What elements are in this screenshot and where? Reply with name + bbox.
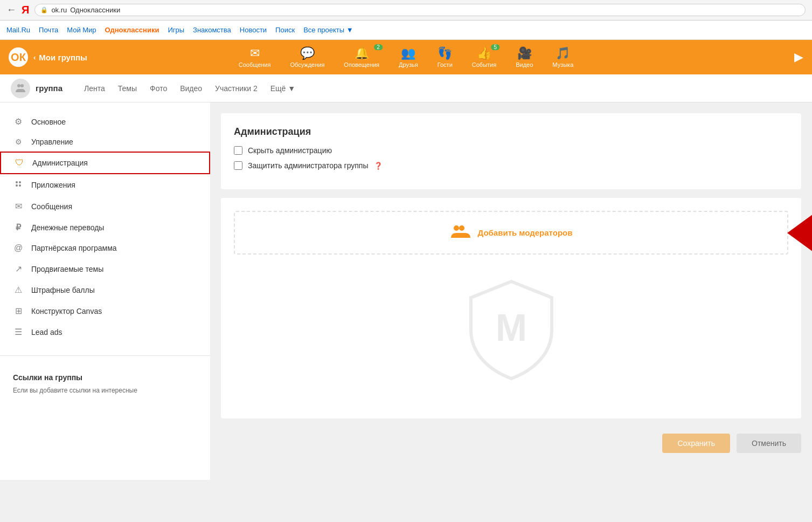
sidebar-item-apps[interactable]: Приложения bbox=[0, 174, 210, 196]
my-groups-label: Мои группы bbox=[39, 53, 87, 62]
shield-image: M bbox=[463, 276, 560, 384]
nav-moimir[interactable]: Мой Мир bbox=[67, 26, 96, 34]
nav-znakomstva[interactable]: Знакомства bbox=[193, 26, 231, 34]
url-site-name: Одноклассники bbox=[70, 6, 120, 14]
protect-admin-row: Защитить администратора группы ❓ bbox=[234, 161, 788, 170]
header-notifications-icon[interactable]: 2 🔔 Оповещения bbox=[334, 43, 389, 71]
svg-point-0 bbox=[17, 84, 20, 87]
header-events-icon[interactable]: 5 👍 События bbox=[462, 43, 506, 71]
svg-point-5 bbox=[19, 184, 21, 187]
tab-video[interactable]: Видео bbox=[180, 75, 202, 101]
group-name: группа bbox=[36, 84, 63, 93]
ok-header: ОК ‹ Мои группы ✉ Сообщения 💬 Обсуждения… bbox=[0, 40, 812, 74]
sidebar-label-money: Денежные переводы bbox=[31, 223, 104, 232]
header-music-icon[interactable]: 🎵 Музыка bbox=[543, 43, 583, 71]
video-symbol: 🎥 bbox=[517, 46, 532, 60]
protect-admin-checkbox[interactable] bbox=[234, 161, 242, 170]
tab-temy[interactable]: Темы bbox=[118, 75, 137, 101]
header-icons-bar: ✉ Сообщения 💬 Обсуждения 2 🔔 Оповещения … bbox=[229, 43, 584, 71]
back-chevron: ‹ bbox=[33, 53, 36, 61]
yandex-logo: Я bbox=[22, 4, 29, 16]
hide-admin-label: Скрыть администрацию bbox=[248, 146, 332, 155]
sidebar-item-basic[interactable]: ⚙ Основное bbox=[0, 111, 210, 132]
sidebar-label-administration: Администрация bbox=[32, 159, 88, 167]
sliders-icon: ⚙ bbox=[13, 138, 24, 146]
nav-all-projects[interactable]: Все проекты ▼ bbox=[303, 26, 353, 34]
gear-icon: ⚙ bbox=[13, 116, 24, 127]
header-right-controls: ▶ bbox=[794, 50, 803, 64]
tab-more[interactable]: Ещё ▼ bbox=[270, 75, 295, 101]
header-video-icon[interactable]: 🎥 Видео bbox=[506, 43, 543, 71]
header-friends-icon[interactable]: 👥 Друзья bbox=[389, 43, 428, 71]
sidebar-item-canvas[interactable]: ⊞ Конструктор Canvas bbox=[0, 300, 210, 321]
action-buttons: Сохранить Отменить bbox=[221, 427, 801, 459]
svg-text:M: M bbox=[495, 307, 526, 349]
browser-chrome: ← Я 🔒 ok.ru Одноклассники bbox=[0, 0, 812, 20]
protect-admin-label: Защитить администратора группы bbox=[248, 161, 369, 170]
sidebar-label-promo: Продвигаемые темы bbox=[31, 265, 103, 273]
ok-logo[interactable]: ОК bbox=[9, 47, 28, 67]
moderators-group-icon bbox=[450, 223, 471, 243]
administration-title: Администрация bbox=[234, 126, 788, 138]
help-icon[interactable]: ❓ bbox=[374, 162, 383, 170]
address-bar[interactable]: 🔒 ok.ru Одноклассники bbox=[34, 4, 806, 16]
links-section-text: Если вы добавите ссылки на интересные bbox=[0, 386, 210, 402]
messages-symbol: ✉ bbox=[250, 46, 260, 60]
nav-novosti[interactable]: Новости bbox=[240, 26, 267, 34]
svg-point-7 bbox=[459, 225, 464, 231]
svg-point-2 bbox=[16, 181, 18, 183]
guests-label: Гости bbox=[438, 61, 453, 68]
add-moderators-box[interactable]: Добавить модераторов bbox=[234, 211, 788, 255]
sidebar-item-administration[interactable]: 🛡 Администрация bbox=[0, 152, 210, 174]
svg-point-4 bbox=[16, 184, 18, 187]
nav-mailru[interactable]: Mail.Ru bbox=[6, 26, 30, 34]
sidebar-item-penalties[interactable]: ⚠ Штрафные баллы bbox=[0, 279, 210, 300]
sidebar-item-money[interactable]: ₽ Денежные переводы bbox=[0, 217, 210, 238]
hide-admin-checkbox[interactable] bbox=[234, 146, 242, 155]
content-wrap: ⚙ Основное ⚙ Управление 🛡 Администрация … bbox=[0, 102, 812, 480]
apps-icon bbox=[13, 180, 24, 190]
notifications-label: Оповещения bbox=[344, 61, 379, 68]
nav-poisk[interactable]: Поиск bbox=[275, 26, 295, 34]
moderators-card: Добавить модераторов M bbox=[221, 198, 801, 418]
at-icon: @ bbox=[13, 243, 24, 253]
browser-back-button[interactable]: ← bbox=[6, 4, 16, 16]
arrow-up-icon: ↗ bbox=[13, 264, 24, 274]
nav-igry[interactable]: Игры bbox=[168, 26, 184, 34]
sidebar-label-management: Управление bbox=[31, 138, 73, 146]
sidebar-label-penalties: Штрафные баллы bbox=[31, 286, 95, 294]
tab-participants[interactable]: Участники 2 bbox=[215, 75, 258, 101]
tab-lenta[interactable]: Лента bbox=[84, 75, 105, 101]
envelope-icon: ✉ bbox=[13, 201, 24, 211]
hide-admin-row: Скрыть администрацию bbox=[234, 146, 788, 155]
nav-pochta[interactable]: Почта bbox=[39, 26, 58, 34]
sidebar: ⚙ Основное ⚙ Управление 🛡 Администрация … bbox=[0, 102, 210, 480]
header-guests-icon[interactable]: 👣 Гости bbox=[428, 43, 462, 71]
discussions-symbol: 💬 bbox=[300, 46, 315, 60]
header-messages-icon[interactable]: ✉ Сообщения bbox=[229, 43, 281, 71]
add-moderators-label: Добавить модераторов bbox=[478, 228, 573, 237]
group-tabs: Лента Темы Фото Видео Участники 2 Ещё ▼ bbox=[84, 75, 295, 101]
sidebar-item-leadads[interactable]: ☰ Lead ads bbox=[0, 321, 210, 342]
save-button[interactable]: Сохранить bbox=[662, 434, 730, 453]
header-discussions-icon[interactable]: 💬 Обсуждения bbox=[280, 43, 334, 71]
sidebar-item-promo[interactable]: ↗ Продвигаемые темы bbox=[0, 258, 210, 279]
tab-foto[interactable]: Фото bbox=[150, 75, 167, 101]
sidebar-item-messages[interactable]: ✉ Сообщения bbox=[0, 196, 210, 217]
cancel-button[interactable]: Отменить bbox=[737, 434, 801, 453]
svg-point-6 bbox=[454, 225, 459, 231]
shield-placeholder: M bbox=[234, 255, 788, 406]
sidebar-item-management[interactable]: ⚙ Управление bbox=[0, 132, 210, 152]
sidebar-item-partner[interactable]: @ Партнёрская программа bbox=[0, 238, 210, 258]
nav-odnoklassniki[interactable]: Одноклассники bbox=[105, 26, 159, 34]
lock-icon: 🔒 bbox=[40, 6, 48, 13]
red-arrow-indicator bbox=[787, 211, 812, 255]
events-symbol: 👍 bbox=[477, 46, 491, 60]
play-button[interactable]: ▶ bbox=[794, 50, 803, 64]
notifications-symbol: 🔔 bbox=[355, 46, 369, 60]
my-groups-navigation[interactable]: ‹ Мои группы bbox=[33, 53, 87, 62]
video-label: Видео bbox=[516, 61, 533, 68]
warning-icon: ⚠ bbox=[13, 285, 24, 295]
music-symbol: 🎵 bbox=[556, 46, 570, 60]
guests-symbol: 👣 bbox=[438, 46, 452, 60]
